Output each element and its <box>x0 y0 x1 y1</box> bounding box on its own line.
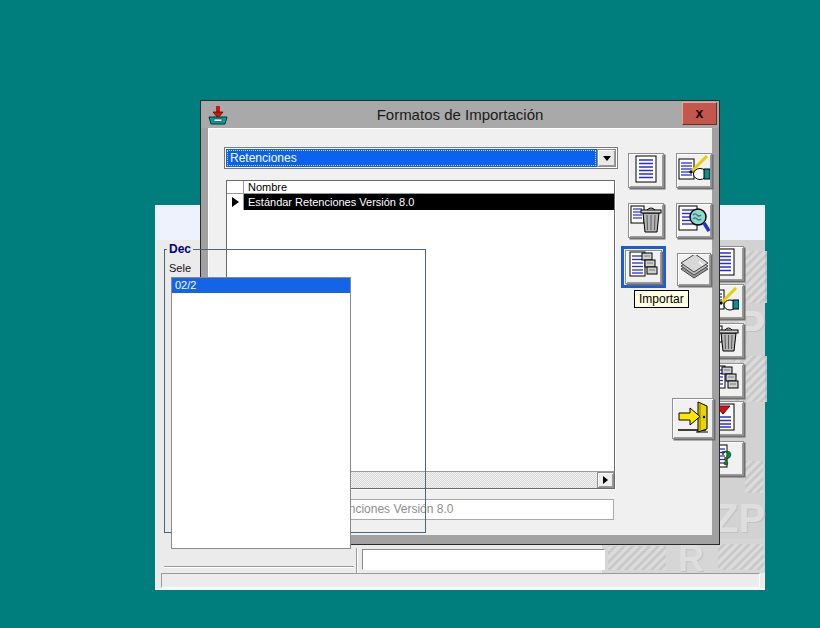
combobox-selected-value[interactable]: Retenciones <box>226 149 597 167</box>
list-header-row: Nombre <box>227 181 614 194</box>
watermark-shape <box>608 546 666 570</box>
background-list-item-selected[interactable]: 02/2 <box>172 278 350 293</box>
background-select-label: Sele <box>169 262 191 274</box>
arrow-right-icon <box>603 476 608 484</box>
status-bar <box>161 573 760 588</box>
divider <box>356 548 358 574</box>
svg-text:?: ? <box>721 445 732 470</box>
copy-stack-icon <box>679 255 709 285</box>
edit-format-icon <box>678 154 710 187</box>
import-tray-icon[interactable] <box>207 104 229 126</box>
watermark-shape <box>718 544 764 570</box>
background-periods-list[interactable]: 02/2 <box>171 277 351 549</box>
delete-format-button[interactable] <box>628 203 664 238</box>
view-format-button[interactable] <box>676 203 712 238</box>
copy-format-button[interactable] <box>677 253 711 286</box>
row-selector-cell[interactable] <box>227 194 244 210</box>
exit-button[interactable] <box>672 398 714 439</box>
close-button[interactable]: x <box>682 102 717 125</box>
watermark-letter: ZP <box>714 496 765 541</box>
desktop: P ZP R Dec Sele 02/2 <box>0 0 820 628</box>
new-format-button[interactable] <box>628 153 664 188</box>
column-header-nombre: Nombre <box>248 181 287 194</box>
format-category-combobox[interactable]: Retenciones <box>224 147 618 169</box>
watermark-shape <box>745 461 763 493</box>
new-document-icon <box>633 155 659 187</box>
background-text-field[interactable] <box>362 549 605 570</box>
exit-door-icon <box>676 400 710 438</box>
chevron-down-icon <box>603 156 611 161</box>
delete-format-icon <box>630 204 662 238</box>
import-tooltip: Importar <box>634 290 689 308</box>
current-row-arrow-icon <box>232 197 239 207</box>
edit-format-button[interactable] <box>676 153 712 188</box>
watermark-shape <box>743 251 767 303</box>
import-format-icon <box>629 250 659 284</box>
scroll-right-button[interactable] <box>597 472 614 488</box>
divider <box>164 566 354 568</box>
row-selector-column-header <box>227 181 244 194</box>
dialog-titlebar[interactable]: Formatos de Importación x <box>201 101 719 128</box>
list-row-selected[interactable]: Estándar Retenciones Versión 8.0 <box>227 194 614 210</box>
view-format-icon <box>678 204 710 238</box>
dialog-title: Formatos de Importación <box>201 101 719 128</box>
import-format-button[interactable] <box>625 250 662 284</box>
combobox-dropdown-button[interactable] <box>597 149 616 167</box>
format-name-cell[interactable]: Estándar Retenciones Versión 8.0 <box>244 194 614 210</box>
import-button-focus-ring <box>621 246 666 288</box>
background-group-label: Dec <box>167 242 193 256</box>
